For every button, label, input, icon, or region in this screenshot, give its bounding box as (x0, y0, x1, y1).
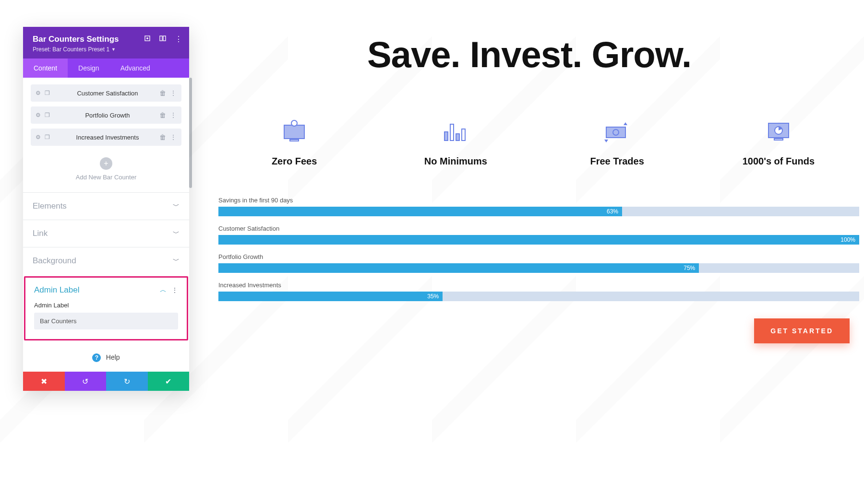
item-label: Customer Satisfaction (56, 90, 159, 97)
item-label: Portfolio Growth (56, 112, 159, 119)
more-icon[interactable]: ⋮ (175, 35, 182, 44)
pie-monitor-icon (698, 118, 859, 145)
redo-button[interactable]: ↻ (106, 372, 148, 391)
list-item[interactable]: ⚙ ❐ Portfolio Growth 🗑 ⋮ (31, 106, 181, 124)
feature-funds: 1000's of Funds (698, 118, 859, 167)
bar-title: Savings in the first 90 days (218, 197, 859, 204)
admin-label-section: Admin Label ︿ ⋮ Admin Label (24, 276, 188, 340)
trash-icon[interactable]: 🗑 (159, 133, 166, 141)
bar-fill: 100% (218, 235, 859, 245)
bar-counter: Savings in the first 90 days 63% (218, 197, 859, 216)
accordion-title: Elements (33, 201, 67, 211)
accordion-background[interactable]: Background ﹀ (23, 247, 189, 274)
features-row: Zero Fees No Minimums (214, 118, 864, 167)
feature-zero-fees: Zero Fees (214, 118, 375, 167)
bar-counters: Savings in the first 90 days 63% Custome… (214, 197, 864, 301)
tab-content[interactable]: Content (23, 59, 68, 78)
settings-panel: Bar Counters Settings Preset: Bar Counte… (23, 27, 189, 391)
user-monitor-icon (214, 118, 375, 145)
accordion-title: Admin Label (34, 285, 80, 295)
chevron-down-icon: ▼ (111, 47, 116, 52)
cancel-button[interactable]: ✖ (23, 372, 65, 391)
footer-buttons: ✖ ↺ ↻ ✔ (23, 372, 189, 391)
expand-icon[interactable] (144, 35, 151, 44)
undo-button[interactable]: ↺ (65, 372, 107, 391)
hero-title: Save. Invest. Grow. (214, 34, 864, 75)
feature-label: 1000's of Funds (698, 156, 859, 167)
bar-chart-icon (375, 118, 536, 145)
chevron-down-icon: ﹀ (173, 202, 180, 211)
save-button[interactable]: ✔ (148, 372, 190, 391)
help-row[interactable]: ? Help (23, 341, 189, 372)
more-icon[interactable]: ⋮ (170, 89, 177, 97)
feature-label: Zero Fees (214, 156, 375, 167)
bar-title: Portfolio Growth (218, 253, 859, 260)
cta-row: GET STARTED (214, 318, 864, 343)
bar-fill: 35% (218, 292, 443, 301)
duplicate-icon[interactable]: ❐ (45, 112, 50, 118)
page-content: Save. Invest. Grow. Zero Fees (214, 34, 864, 343)
money-exchange-icon (537, 118, 698, 145)
gear-icon[interactable]: ⚙ (36, 134, 41, 141)
svg-point-1 (146, 37, 148, 39)
bar-percentage: 63% (607, 208, 618, 215)
admin-label-input[interactable] (34, 313, 178, 329)
bar-track: 35% (218, 292, 859, 301)
tab-advanced[interactable]: Advanced (110, 59, 161, 78)
scrollbar-thumb[interactable] (189, 78, 192, 188)
duplicate-icon[interactable]: ❐ (45, 90, 50, 96)
svg-rect-11 (606, 127, 625, 138)
bar-fill: 75% (218, 263, 699, 273)
gear-icon[interactable]: ⚙ (36, 90, 41, 96)
preset-dropdown[interactable]: Preset: Bar Counters Preset 1 ▼ (33, 46, 180, 53)
trash-icon[interactable]: 🗑 (159, 111, 166, 119)
chevron-up-icon: ︿ (160, 286, 167, 294)
chevron-down-icon: ﹀ (173, 257, 180, 265)
columns-icon[interactable] (159, 35, 166, 44)
accordion-title: Background (33, 256, 76, 266)
feature-free-trades: Free Trades (537, 118, 698, 167)
bar-counter: Customer Satisfaction 100% (218, 225, 859, 245)
trash-icon[interactable]: 🗑 (159, 89, 166, 97)
list-item[interactable]: ⚙ ❐ Increased Investments 🗑 ⋮ (31, 129, 181, 146)
svg-rect-14 (774, 139, 783, 140)
more-icon[interactable]: ⋮ (170, 111, 177, 119)
chevron-down-icon: ﹀ (173, 229, 180, 238)
more-icon[interactable]: ⋮ (170, 133, 177, 141)
bar-fill: 63% (218, 207, 622, 216)
tab-design[interactable]: Design (68, 59, 110, 78)
svg-rect-4 (284, 125, 304, 139)
preset-label: Preset: Bar Counters Preset 1 (33, 46, 109, 53)
svg-rect-2 (160, 36, 162, 41)
gear-icon[interactable]: ⚙ (36, 112, 41, 118)
more-icon[interactable]: ⋮ (171, 286, 178, 294)
add-button[interactable]: + (100, 157, 112, 170)
accordion-admin-label[interactable]: Admin Label ︿ ⋮ (25, 278, 187, 298)
panel-header: Bar Counters Settings Preset: Bar Counte… (23, 27, 189, 59)
bar-title: Customer Satisfaction (218, 225, 859, 232)
bar-percentage: 35% (427, 293, 439, 300)
help-text: Help (106, 353, 120, 361)
accordion-title: Link (33, 229, 48, 238)
feature-no-minimums: No Minimums (375, 118, 536, 167)
svg-rect-9 (456, 134, 459, 141)
item-label: Increased Investments (56, 134, 159, 141)
svg-rect-8 (450, 124, 454, 141)
svg-rect-7 (444, 132, 448, 141)
accordion-link[interactable]: Link ﹀ (23, 220, 189, 247)
panel-body: ⚙ ❐ Customer Satisfaction 🗑 ⋮ ⚙ ❐ Portfo… (23, 78, 189, 391)
bar-counter: Portfolio Growth 75% (218, 253, 859, 273)
list-item[interactable]: ⚙ ❐ Customer Satisfaction 🗑 ⋮ (31, 84, 181, 102)
svg-rect-5 (290, 140, 299, 141)
duplicate-icon[interactable]: ❐ (45, 134, 50, 141)
bar-items-list: ⚙ ❐ Customer Satisfaction 🗑 ⋮ ⚙ ❐ Portfo… (23, 78, 189, 153)
svg-rect-3 (163, 36, 166, 41)
accordion-elements[interactable]: Elements ﹀ (23, 192, 189, 220)
get-started-button[interactable]: GET STARTED (754, 318, 850, 343)
add-item-section: + Add New Bar Counter (23, 153, 189, 192)
svg-point-6 (291, 120, 297, 126)
bar-track: 100% (218, 235, 859, 245)
feature-label: Free Trades (537, 156, 698, 167)
bar-track: 75% (218, 263, 859, 273)
bar-counter: Increased Investments 35% (218, 281, 859, 301)
